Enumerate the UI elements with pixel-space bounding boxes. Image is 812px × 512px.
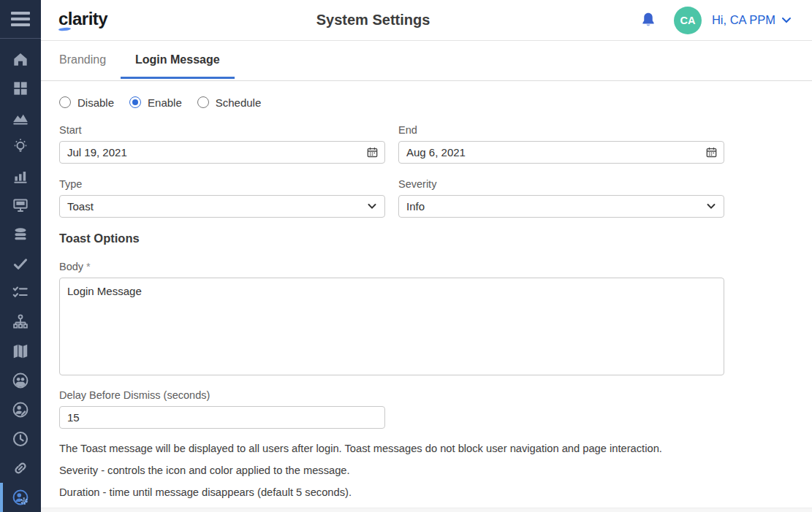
severity-select[interactable]: Info — [398, 195, 724, 218]
user-menu[interactable]: Hi, CA PPM — [712, 13, 792, 27]
tab-login-message[interactable]: Login Message — [121, 42, 235, 79]
sidebar-item-links[interactable] — [0, 454, 41, 483]
sidebar-item-tasks[interactable] — [0, 249, 41, 278]
radio-disable-label: Disable — [77, 96, 114, 109]
delay-field: Delay Before Dismiss (seconds) — [59, 389, 812, 429]
settings-tabbar: Branding Login Message — [41, 41, 812, 81]
monitor-icon — [11, 196, 30, 215]
status-radio-group: Disable Enable Schedule — [59, 95, 812, 110]
avatar-initials: CA — [680, 15, 695, 26]
hierarchy-icon — [11, 313, 30, 332]
dashboard-grid-icon — [11, 79, 30, 98]
sidebar-item-dashboards[interactable] — [0, 74, 41, 103]
end-calendar-icon[interactable] — [705, 146, 718, 158]
sidebar-item-todos[interactable] — [0, 278, 41, 307]
user-greeting: Hi, CA PPM — [712, 13, 775, 27]
sidebar-item-trends[interactable] — [0, 103, 41, 132]
help-text: The Toast message will be displayed to a… — [59, 443, 812, 498]
radio-schedule-label: Schedule — [216, 96, 262, 109]
type-label: Type — [59, 178, 385, 190]
radio-enable[interactable]: Enable — [129, 96, 182, 109]
top-header: clarity System Settings CA Hi, CA PPM — [41, 0, 812, 41]
hamburger-menu-icon[interactable] — [0, 0, 41, 38]
delay-label: Delay Before Dismiss (seconds) — [59, 389, 812, 401]
type-selected-value: Toast — [67, 200, 94, 213]
clarity-logo[interactable]: clarity — [58, 10, 107, 31]
body-label: Body* — [59, 261, 812, 272]
sidebar-item-reports[interactable] — [0, 161, 41, 191]
radio-schedule[interactable]: Schedule — [197, 96, 262, 109]
type-field: Type Toast — [59, 178, 385, 218]
chevron-down-icon — [367, 202, 377, 210]
toast-options-heading: Toast Options — [59, 232, 812, 245]
horizontal-scrollbar-track — [41, 508, 812, 512]
sidebar-item-hierarchy[interactable] — [0, 307, 41, 337]
sidebar-item-screens[interactable] — [0, 191, 41, 220]
sidebar-item-timesheets[interactable] — [0, 424, 41, 454]
chevron-down-icon — [706, 202, 716, 210]
start-label: Start — [59, 124, 385, 136]
severity-selected-value: Info — [406, 200, 425, 213]
task-list-icon — [11, 283, 30, 302]
help-line-3: Duration - time until message disappears… — [59, 487, 812, 498]
radio-enable-icon — [129, 96, 141, 108]
logo-text: clarity — [58, 9, 107, 28]
help-line-2: Severity - controls the icon and color a… — [59, 465, 812, 476]
clock-icon — [11, 429, 30, 448]
radio-schedule-icon — [197, 96, 209, 108]
body-field: Body* Login Message — [59, 261, 812, 375]
checkmark-icon — [11, 254, 30, 273]
sidebar-nav — [0, 39, 41, 512]
end-field: End — [398, 124, 724, 164]
admin-settings-icon — [11, 488, 30, 507]
sidebar-item-data[interactable] — [0, 220, 41, 249]
radio-disable-icon — [59, 96, 71, 108]
severity-label: Severity — [398, 178, 724, 190]
help-line-1: The Toast message will be displayed to a… — [59, 443, 812, 454]
end-label: End — [398, 124, 724, 136]
page-title: System Settings — [107, 12, 639, 28]
sidebar-item-admin-settings[interactable] — [0, 483, 41, 512]
user-avatar[interactable]: CA — [674, 7, 702, 34]
radio-disable[interactable]: Disable — [59, 96, 114, 109]
login-message-panel: Disable Enable Schedule Start End — [41, 81, 812, 512]
header-actions: CA Hi, CA PPM — [639, 7, 792, 34]
start-date-input[interactable] — [59, 141, 385, 164]
sidebar-item-home[interactable] — [0, 45, 41, 74]
type-select[interactable]: Toast — [59, 195, 385, 218]
sidebar — [0, 0, 41, 512]
chevron-down-icon — [781, 17, 792, 24]
map-icon — [11, 342, 30, 361]
tab-branding[interactable]: Branding — [45, 42, 121, 79]
sidebar-item-ideas[interactable] — [0, 132, 41, 161]
end-date-input[interactable] — [398, 141, 724, 164]
sidebar-item-resources[interactable] — [0, 366, 41, 395]
start-calendar-icon[interactable] — [366, 146, 379, 158]
people-group-icon — [11, 371, 30, 390]
radio-enable-label: Enable — [148, 96, 182, 109]
start-field: Start — [59, 124, 385, 164]
required-asterisk: * — [86, 261, 91, 272]
body-textarea[interactable]: Login Message — [59, 278, 724, 375]
severity-field: Severity Info — [398, 178, 724, 218]
notification-bell-icon[interactable] — [639, 10, 658, 31]
app-window: clarity System Settings CA Hi, CA PPM Br… — [0, 0, 812, 512]
sidebar-item-roles[interactable] — [0, 395, 41, 424]
home-icon — [11, 50, 30, 69]
person-edit-icon — [11, 400, 30, 419]
bar-chart-icon — [11, 167, 30, 186]
database-icon — [11, 225, 30, 244]
date-type-grid: Start End Type Toast — [59, 124, 812, 218]
delay-input[interactable] — [59, 406, 385, 429]
area-chart-icon — [11, 108, 30, 127]
link-icon — [11, 459, 30, 478]
sidebar-item-map[interactable] — [0, 337, 41, 366]
lightbulb-icon — [11, 137, 30, 156]
